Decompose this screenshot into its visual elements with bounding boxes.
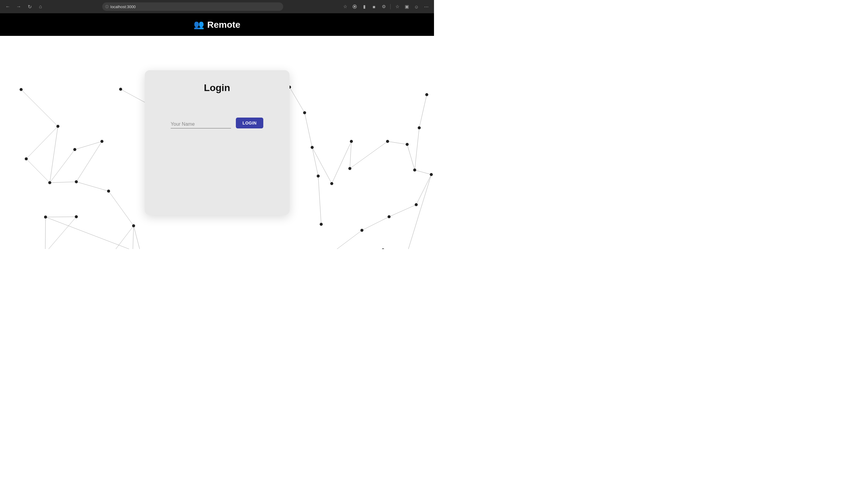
svg-point-81 — [418, 126, 421, 129]
home-button[interactable]: ⌂ — [36, 2, 44, 11]
app-header: 👥 Remote — [0, 13, 434, 36]
svg-point-1 — [354, 6, 355, 8]
svg-line-40 — [416, 174, 431, 205]
star-icon[interactable]: ☆ — [341, 2, 349, 11]
svg-point-82 — [425, 93, 428, 96]
addon-icon[interactable]: ■ — [370, 2, 378, 11]
app-title: Remote — [207, 19, 241, 30]
login-title: Login — [204, 82, 230, 93]
svg-point-86 — [360, 229, 363, 232]
login-card: Login LOGIN — [145, 70, 289, 215]
url-text: localhost:3000 — [111, 4, 136, 9]
svg-line-7 — [76, 141, 102, 182]
svg-point-80 — [413, 169, 416, 171]
svg-line-2 — [21, 90, 58, 126]
users-icon: 👥 — [194, 19, 204, 29]
collections-icon[interactable]: ▣ — [403, 2, 411, 11]
svg-point-52 — [75, 180, 78, 183]
address-bar[interactable]: ⓘ localhost:3000 — [102, 2, 283, 11]
svg-line-37 — [415, 128, 419, 170]
name-input[interactable] — [171, 120, 231, 128]
svg-line-11 — [108, 191, 134, 226]
svg-line-43 — [332, 230, 362, 249]
svg-line-5 — [26, 159, 50, 183]
forward-button[interactable]: → — [14, 2, 23, 11]
svg-line-16 — [45, 217, 76, 249]
info-icon: ⓘ — [105, 4, 108, 9]
svg-line-42 — [362, 217, 389, 230]
settings-icon[interactable]: ⚙ — [379, 2, 388, 11]
svg-line-34 — [350, 141, 388, 169]
svg-line-38 — [419, 95, 427, 128]
svg-line-8 — [75, 141, 102, 149]
svg-line-10 — [76, 182, 108, 191]
svg-point-79 — [406, 143, 409, 146]
svg-line-29 — [312, 147, 318, 176]
svg-point-71 — [303, 111, 306, 114]
svg-point-77 — [348, 167, 351, 170]
svg-point-53 — [101, 140, 103, 143]
svg-line-15 — [45, 217, 46, 249]
bookmarks-icon[interactable]: ☆ — [393, 2, 401, 11]
svg-line-33 — [350, 141, 351, 169]
svg-point-89 — [381, 248, 385, 249]
svg-point-59 — [75, 215, 78, 218]
reload-button[interactable]: ↻ — [25, 2, 34, 11]
svg-point-54 — [73, 148, 76, 151]
svg-line-39 — [415, 170, 431, 174]
svg-line-28 — [305, 113, 312, 147]
svg-point-76 — [350, 140, 353, 143]
browser-chrome: ← → ↻ ⌂ ⓘ localhost:3000 ☆ ▮ ■ ⚙ ☆ ▣ ☺ ⋯ — [0, 0, 434, 13]
svg-line-9 — [50, 149, 75, 183]
svg-point-65 — [119, 88, 122, 91]
svg-point-50 — [25, 157, 28, 160]
login-form: LOGIN — [157, 118, 277, 128]
back-button[interactable]: ← — [4, 2, 12, 11]
svg-line-3 — [26, 126, 58, 159]
svg-point-83 — [430, 173, 433, 176]
svg-point-58 — [44, 215, 47, 219]
extensions-icon[interactable] — [350, 2, 359, 11]
svg-point-78 — [386, 140, 389, 143]
svg-line-35 — [388, 141, 407, 144]
svg-line-20 — [115, 226, 134, 249]
svg-line-4 — [50, 126, 58, 183]
svg-point-55 — [107, 189, 110, 193]
svg-line-14 — [46, 217, 76, 217]
svg-point-84 — [415, 203, 418, 206]
svg-line-36 — [407, 144, 415, 170]
svg-line-41 — [389, 205, 416, 217]
svg-line-31 — [312, 147, 332, 184]
svg-point-85 — [388, 215, 391, 218]
more-icon[interactable]: ⋯ — [422, 2, 430, 11]
svg-point-74 — [320, 223, 323, 226]
svg-point-51 — [48, 181, 51, 184]
divider — [390, 4, 391, 9]
svg-line-21 — [133, 226, 134, 249]
svg-line-12 — [134, 226, 141, 249]
login-button[interactable]: LOGIN — [236, 118, 263, 128]
svg-line-30 — [318, 176, 321, 224]
svg-point-56 — [132, 224, 135, 227]
svg-line-6 — [50, 182, 76, 183]
svg-point-73 — [317, 174, 320, 178]
svg-line-47 — [407, 174, 431, 249]
svg-line-32 — [332, 141, 351, 184]
svg-line-27 — [289, 87, 305, 113]
svg-line-13 — [46, 217, 141, 249]
browser-actions: ☆ ▮ ■ ⚙ ☆ ▣ ☺ ⋯ — [341, 2, 430, 11]
app-content: 👥 Remote Login LOGIN — [0, 13, 434, 249]
svg-point-49 — [56, 125, 60, 128]
svg-point-48 — [20, 88, 23, 91]
svg-point-75 — [330, 182, 333, 185]
shield-icon[interactable]: ▮ — [360, 2, 368, 11]
svg-point-72 — [311, 146, 314, 149]
profile-icon[interactable]: ☺ — [412, 2, 421, 11]
main-area: Login LOGIN — [0, 36, 434, 249]
